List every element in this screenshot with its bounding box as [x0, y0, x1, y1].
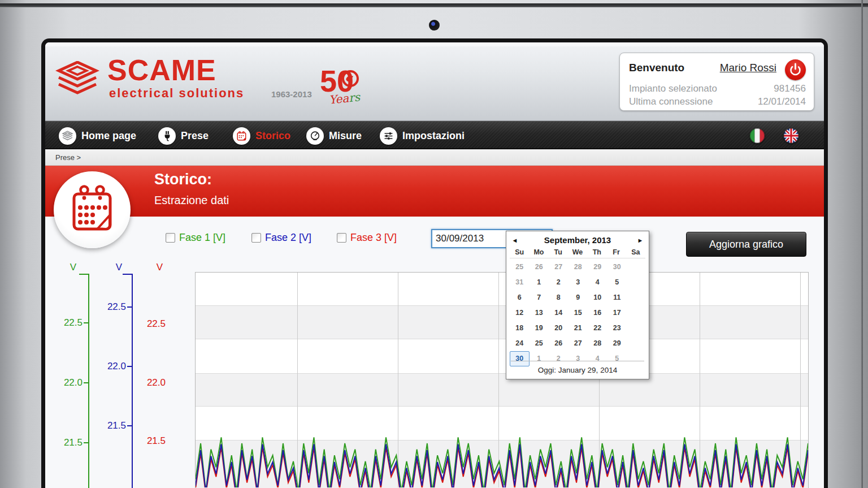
y-axis-tick-label: 21.5 [141, 435, 166, 447]
y-axis-tick [84, 322, 88, 323]
axis-top-tick [123, 274, 132, 275]
site-header: SCAME electrical solutions 1963-2013 50 … [45, 46, 824, 121]
gauge-icon [306, 127, 324, 145]
calendar-day[interactable]: 30 [607, 260, 627, 275]
nav-item-home-page[interactable]: Home page [59, 122, 136, 150]
fase-2-control: Fase 2 [V] [251, 231, 311, 244]
calendar-day[interactable]: 24 [510, 336, 530, 351]
calendar-month-title: September, 2013 [544, 235, 611, 245]
calendar-prev-arrow[interactable]: ◄ [507, 231, 522, 248]
bezel-groove-right [861, 0, 863, 488]
calendar-weekday: We [568, 248, 587, 258]
calendar-day[interactable]: 26 [530, 260, 549, 275]
calendar-day[interactable]: 31 [510, 275, 530, 290]
calendar-day[interactable]: 23 [607, 321, 627, 336]
logout-power-button[interactable] [785, 59, 806, 80]
calendar-day[interactable]: 25 [530, 336, 549, 351]
calendar-grid: 2526272829303112345678910111213141516171… [506, 258, 649, 366]
brand-name: SCAME [107, 53, 216, 87]
fase-3-checkbox[interactable] [337, 233, 346, 243]
calendar-day[interactable]: 27 [568, 336, 588, 351]
plot-area [195, 272, 809, 488]
calendar-day[interactable]: 27 [549, 260, 568, 275]
y-axis-tick-label: 22.0 [141, 377, 166, 388]
calendar-weekday: Th [587, 248, 606, 258]
page-title: Storico: [154, 171, 212, 188]
calendar-day[interactable]: 2 [549, 275, 568, 290]
calendar-icon [233, 127, 250, 145]
italy-flag[interactable] [749, 128, 765, 144]
calendar-weekday: Fr [606, 248, 626, 258]
calendar-day[interactable]: 1 [530, 275, 549, 290]
scame-mark-icon [55, 61, 99, 98]
nav-item-misure[interactable]: Misure [306, 122, 362, 150]
plug-icon [158, 127, 176, 145]
nav-item-storico[interactable]: Storico [233, 122, 290, 150]
calendar-badge [54, 171, 131, 248]
fase-1-control: Fase 1 [V] [166, 231, 225, 244]
y-axis-tick [84, 382, 88, 383]
calendar-day[interactable]: 5 [607, 275, 627, 290]
nav-item-impostazioni[interactable]: Impostazioni [380, 122, 465, 150]
calendar-day[interactable]: 13 [530, 305, 549, 321]
y-axis-tick-label: 21.5 [101, 420, 126, 431]
calendar-next-arrow[interactable]: ► [633, 231, 648, 248]
calendar-day[interactable]: 16 [588, 305, 607, 321]
calendar-day[interactable]: 26 [549, 336, 568, 351]
calendar-weekday: Mo [529, 248, 548, 258]
user-link[interactable]: Mario Rossi [720, 62, 776, 74]
calendar-day[interactable]: 12 [510, 305, 530, 321]
calendar-day[interactable]: 18 [510, 321, 530, 336]
last-connection-row: Ultima connessione 12/01/2014 [629, 96, 806, 109]
y-axis-unit-label: V [54, 262, 76, 273]
uk-flag[interactable] [783, 128, 799, 144]
sliders-icon [380, 127, 397, 145]
nav-item-prese[interactable]: Prese [158, 122, 209, 150]
calendar-weekday: Su [510, 248, 529, 258]
y-axis-unit-label: V [99, 262, 122, 273]
calendar-day[interactable]: 3 [568, 275, 588, 290]
calendar-day[interactable]: 21 [568, 321, 588, 336]
calendar-day[interactable]: 29 [588, 260, 607, 275]
laptop-bezel: SCAME electrical solutions 1963-2013 50 … [0, 0, 868, 488]
calendar-day[interactable]: 4 [588, 275, 607, 290]
y-axis-tick [84, 442, 88, 443]
series-lines [196, 273, 808, 487]
y-axis-tick-label: 22.5 [58, 317, 83, 329]
calendar-day[interactable]: 28 [588, 336, 607, 351]
calendar-day[interactable]: 10 [588, 290, 607, 305]
calendar-day[interactable]: 8 [549, 290, 568, 305]
calendar-day[interactable]: 25 [510, 260, 530, 275]
calendar-day[interactable]: 15 [568, 305, 588, 321]
fase-1-checkbox[interactable] [166, 233, 175, 243]
calendar-today-link[interactable]: Oggi: January 29, 2014 [511, 361, 644, 379]
y-axis-unit-label: V [140, 262, 163, 273]
anniversary-plug-icon [341, 69, 360, 88]
welcome-card: Benvenuto Mario Rossi Impianto seleziona… [619, 53, 814, 111]
fase-2-checkbox[interactable] [251, 233, 261, 243]
y-axis-tick-label: 22.5 [101, 301, 126, 313]
calendar-day[interactable]: 20 [549, 321, 568, 336]
calendar-day[interactable]: 28 [568, 260, 588, 275]
y-axis-tick-label: 22.0 [58, 377, 83, 388]
breadcrumb[interactable]: Prese > [45, 149, 824, 166]
calendar-day[interactable]: 22 [588, 321, 607, 336]
y-axis-tick-label: 21.5 [58, 437, 83, 448]
calendar-day[interactable]: 7 [530, 290, 549, 305]
y-axis-tick [127, 425, 132, 426]
calendar-weekday: Tu [549, 248, 568, 258]
calendar-day[interactable]: 17 [607, 305, 627, 321]
web-page: SCAME electrical solutions 1963-2013 50 … [45, 42, 824, 488]
calendar-day[interactable]: 19 [530, 321, 549, 336]
bezel-groove [0, 3, 868, 7]
calendar-day[interactable]: 6 [510, 290, 530, 305]
scame-mark-icon [59, 127, 76, 145]
anniversary-range: 1963-2013 [271, 89, 312, 99]
page-banner: Storico: Estrazione dati [45, 166, 824, 217]
calendar-day[interactable]: 14 [549, 305, 568, 321]
update-chart-button[interactable]: Aggiorna grafico [686, 232, 806, 257]
calendar-day[interactable]: 29 [607, 336, 627, 351]
calendar-day[interactable]: 9 [568, 290, 588, 305]
calendar-day[interactable]: 11 [607, 290, 627, 305]
webcam [429, 20, 440, 31]
